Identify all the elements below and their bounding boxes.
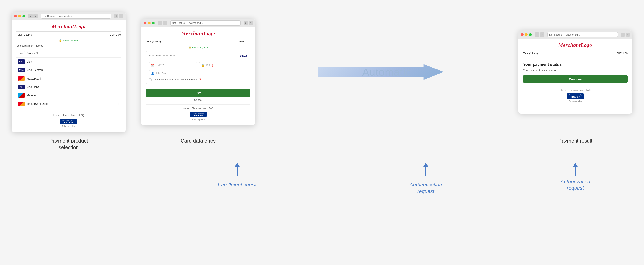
cancel-link[interactable]: Cancel — [146, 98, 250, 101]
pm-icon-maestro — [18, 93, 25, 98]
pm-diners-left: DC Diners Club — [18, 51, 41, 55]
traffic-lights-2 — [144, 22, 154, 24]
footer-faq-2[interactable]: FAQ — [209, 107, 214, 110]
authentication-up-arrow-svg — [422, 163, 430, 178]
share-btn-1[interactable]: ⇧ — [114, 14, 118, 18]
pm-visa-debit-chevron: › — [118, 86, 119, 88]
result-page: MerchantLogo Total (1 item): EUR 1.00 Yo… — [518, 39, 632, 107]
back-btn-3[interactable]: ‹ — [535, 32, 539, 37]
lock-icon-cvv: 🔒 — [201, 64, 204, 67]
tl-green-2[interactable] — [152, 22, 154, 24]
footer-faq-1[interactable]: FAQ — [79, 114, 84, 116]
titlebar-3: ‹ › Not Secure — payment.g... ⇧ ≡ — [518, 30, 632, 39]
pm-maestro[interactable]: Maestro › — [16, 91, 121, 100]
back-btn-2[interactable]: ‹ — [158, 21, 162, 25]
pm-mastercard[interactable]: MasterCard › — [16, 74, 121, 83]
menu-btn-1[interactable]: ≡ — [119, 14, 123, 18]
privacy-policy-2[interactable]: Privacy policy — [146, 118, 250, 120]
payment-method-list: DC Diners Club › VISA Visa › — [16, 49, 121, 108]
total-bar-2: Total (1 item): EUR 1.00 — [146, 38, 250, 44]
tl-green-1[interactable] — [22, 15, 25, 18]
lock-icon-2: 🔒 — [188, 46, 191, 49]
forward-btn-1[interactable]: › — [33, 14, 38, 18]
label-col-3: Payment result — [518, 138, 632, 144]
pm-visa-electron-chevron: › — [118, 68, 119, 72]
pm-visa-electron[interactable]: VISA Visa Electron › — [16, 66, 121, 74]
payment-page-1: MerchantLogo Total (1 item): EUR 1.00 🔒 … — [12, 20, 126, 132]
remember-checkbox[interactable] — [149, 78, 152, 81]
privacy-policy-3[interactable]: Privacy policy — [523, 100, 628, 102]
tl-red-3[interactable] — [521, 33, 524, 36]
menu-btn-3[interactable]: ≡ — [626, 32, 630, 36]
address-bar-2[interactable]: Not Secure — payment.g... — [170, 20, 240, 26]
card-number-display[interactable]: **** **** **** **** — [149, 54, 176, 58]
label-col-1: Payment productselection — [12, 138, 126, 151]
address-bar-3[interactable]: Not Secure — payment.g... — [548, 32, 618, 37]
pm-visa-debit[interactable]: VISA Visa Debit › — [16, 83, 121, 91]
card-number-row: **** **** **** **** VISA — [149, 54, 248, 60]
labels-row: Payment productselection Card data entry… — [12, 138, 632, 151]
name-row: 👤 John Doe — [149, 70, 248, 76]
pm-mc-debit-left: MasterCard Debit — [18, 102, 48, 106]
merchant-logo-2: MerchantLogo — [146, 30, 250, 36]
pm-visa[interactable]: VISA Visa › — [16, 58, 121, 66]
total-amount-2: EUR 1.00 — [240, 40, 250, 43]
label-col-2: Card data entry — [141, 138, 255, 144]
svg-marker-5 — [573, 163, 578, 167]
ingenico-badge-2: Payment powered by ingenico — [190, 112, 206, 117]
share-btn-2[interactable]: ⇧ — [244, 21, 248, 25]
address-bar-1[interactable]: Not Secure — payment.g... — [41, 14, 111, 19]
cvv-placeholder[interactable]: 123 — [206, 64, 210, 67]
footer-terms-2[interactable]: Terms of use — [192, 107, 206, 110]
ingenico-powered-2: Payment powered by — [192, 112, 205, 114]
ingenico-powered-1: Payment powered by — [62, 119, 75, 121]
cvv-input-wrapper: 🔒 123 ❓ — [199, 62, 248, 68]
name-placeholder[interactable]: John Doe — [156, 72, 166, 75]
footer-3: Home Terms of use FAQ Payment powered by… — [523, 86, 628, 104]
select-method-label: Select payment method — [16, 44, 121, 47]
footer-terms-1[interactable]: Terms of use — [63, 114, 76, 116]
footer-home-3[interactable]: Home — [560, 89, 566, 92]
pm-diners[interactable]: DC Diners Club › — [16, 49, 121, 58]
back-btn-1[interactable]: ‹ — [28, 14, 32, 18]
pay-button[interactable]: Pay — [146, 89, 250, 97]
privacy-policy-1[interactable]: Privacy policy — [16, 125, 121, 128]
footer-links-1: Home Terms of use FAQ — [16, 114, 121, 116]
tl-red-1[interactable] — [14, 15, 17, 18]
tl-yellow-1[interactable] — [18, 15, 21, 18]
pm-icon-visa-debit: VISA — [18, 85, 25, 89]
merchant-logo-1: MerchantLogo — [16, 24, 121, 30]
enrollment-col: Enrollment check — [218, 163, 257, 188]
footer-home-1[interactable]: Home — [53, 114, 60, 116]
visa-brand-label: VISA — [240, 54, 248, 58]
cvv-help-icon[interactable]: ❓ — [211, 64, 214, 67]
remember-help-icon[interactable]: ❓ — [198, 78, 202, 81]
ingenico-name-1: ingenico — [64, 121, 73, 123]
tl-yellow-2[interactable] — [148, 22, 150, 24]
pm-mc-debit[interactable]: MasterCard Debit › — [16, 100, 121, 108]
share-btn-3[interactable]: ⇧ — [621, 32, 625, 36]
main-container: ‹ › Not Secure — payment.g... ⇧ ≡ Mercha… — [12, 8, 632, 195]
traffic-lights-3 — [521, 33, 532, 36]
tl-yellow-3[interactable] — [525, 33, 528, 36]
card-entry-page: MerchantLogo Total (1 item): EUR 1.00 🔒 … — [141, 27, 255, 125]
forward-btn-2[interactable]: › — [163, 21, 167, 25]
expiry-placeholder[interactable]: MM/YY — [156, 64, 164, 67]
continue-button[interactable]: Continue — [523, 75, 628, 83]
footer-home-2[interactable]: Home — [183, 107, 189, 110]
browser-window-1: ‹ › Not Secure — payment.g... ⇧ ≡ Mercha… — [12, 12, 126, 132]
menu-btn-2[interactable]: ≡ — [249, 21, 253, 25]
total-label-1: Total (1 item): — [16, 33, 32, 36]
bottom-section: Enrollment check Authenticationrequest A… — [12, 163, 632, 195]
footer-faq-3[interactable]: FAQ — [586, 89, 591, 92]
tl-red-2[interactable] — [144, 22, 146, 24]
forward-btn-3[interactable]: › — [540, 32, 544, 37]
footer-links-3: Home Terms of use FAQ — [523, 89, 628, 92]
svg-marker-1 — [235, 163, 240, 167]
svg-marker-3 — [424, 163, 428, 167]
footer-terms-3[interactable]: Terms of use — [570, 89, 583, 92]
tl-green-3[interactable] — [529, 33, 532, 36]
calendar-icon: 📅 — [151, 64, 154, 67]
nav-buttons-1: ‹ › — [28, 14, 38, 18]
browser-label-2: Card data entry — [141, 138, 255, 144]
